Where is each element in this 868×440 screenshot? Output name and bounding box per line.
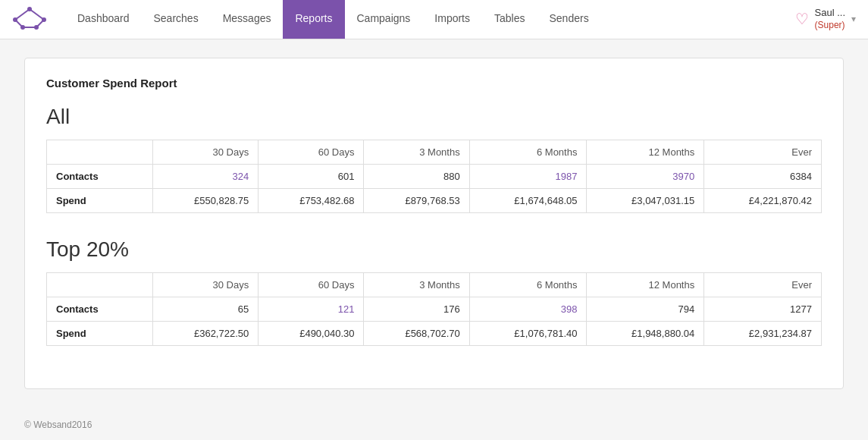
spend-6months: £1,674,648.05: [469, 189, 587, 213]
table-row: Contacts 324 601 880 1987 3970 6384: [47, 165, 822, 189]
col2-header-3months: 3 Months: [364, 273, 469, 297]
nav-campaigns[interactable]: Campaigns: [345, 0, 423, 39]
contacts-3months: 880: [364, 165, 469, 189]
section-top20: Top 20% 30 Days 60 Days 3 Months 6 Month…: [46, 237, 822, 346]
col-header-6months: 6 Months: [469, 140, 587, 165]
top20-spend-3months: £568,702.70: [364, 322, 469, 346]
contacts-12months[interactable]: 3970: [587, 165, 704, 189]
section-top20-heading: Top 20%: [46, 237, 822, 262]
col-header-3months: 3 Months: [364, 140, 469, 165]
top20-spend-60days: £490,040.30: [259, 322, 364, 346]
top20-contacts-ever: 1277: [704, 297, 822, 322]
col2-header-12months: 12 Months: [587, 273, 704, 297]
col-header-ever: Ever: [704, 140, 822, 165]
user-name: Saul ...: [815, 7, 845, 20]
section-all: All 30 Days 60 Days 3 Months 6 Months 12…: [46, 105, 822, 213]
svg-line-9: [36, 20, 44, 27]
spend-60days: £753,482.68: [259, 189, 364, 213]
col-header-12months: 12 Months: [587, 140, 704, 165]
top20-spend-6months: £1,076,781.40: [469, 322, 587, 346]
nav-imports[interactable]: Imports: [422, 0, 482, 39]
top20-contacts-60days[interactable]: 121: [259, 297, 364, 322]
report-title: Customer Spend Report: [46, 77, 822, 90]
nav-dashboard[interactable]: Dashboard: [65, 0, 142, 39]
navbar: Dashboard Searches Messages Reports Camp…: [0, 0, 868, 39]
page-footer: © Websand2016: [0, 407, 868, 440]
nav-senders[interactable]: Senders: [537, 0, 600, 39]
spend-ever: £4,221,870.42: [704, 189, 822, 213]
table-top20-header-row: 30 Days 60 Days 3 Months 6 Months 12 Mon…: [47, 273, 822, 297]
table-row: Spend £362,722.50 £490,040.30 £568,702.7…: [47, 322, 822, 346]
footer-text: © Websand2016: [24, 420, 92, 430]
row-label-spend: Spend: [47, 189, 153, 213]
col-header-60days: 60 Days: [259, 140, 364, 165]
main-content: Customer Spend Report All 30 Days 60 Day…: [0, 39, 868, 407]
nav-tables[interactable]: Tables: [482, 0, 537, 39]
col-header-30days: 30 Days: [153, 140, 259, 165]
top20-spend-30days: £362,722.50: [153, 322, 259, 346]
top20-contacts-30days: 65: [153, 297, 259, 322]
svg-line-5: [15, 9, 30, 20]
svg-line-7: [15, 20, 23, 27]
user-role: (Super): [815, 20, 845, 32]
top20-contacts-12months: 794: [587, 297, 704, 322]
contacts-6months[interactable]: 1987: [469, 165, 587, 189]
table-row: Contacts 65 121 176 398 794 1277: [47, 297, 822, 322]
user-info: Saul ... (Super): [815, 7, 845, 31]
report-card: Customer Spend Report All 30 Days 60 Day…: [24, 58, 844, 389]
contacts-60days: 601: [259, 165, 364, 189]
spend-3months: £879,768.53: [364, 189, 469, 213]
spend-30days: £550,828.75: [153, 189, 259, 213]
svg-line-6: [30, 9, 44, 20]
contacts-30days[interactable]: 324: [153, 165, 259, 189]
contacts-ever: 6384: [704, 165, 822, 189]
col2-header-label: [47, 273, 153, 297]
heart-icon: ♡: [795, 10, 809, 28]
col2-header-60days: 60 Days: [259, 273, 364, 297]
row2-label-contacts: Contacts: [47, 297, 153, 322]
nav-reports[interactable]: Reports: [283, 0, 344, 39]
logo[interactable]: [12, 6, 47, 33]
col2-header-ever: Ever: [704, 273, 822, 297]
row2-label-spend: Spend: [47, 322, 153, 346]
top20-spend-ever: £2,931,234.87: [704, 322, 822, 346]
table-top20: 30 Days 60 Days 3 Months 6 Months 12 Mon…: [46, 272, 822, 346]
col2-header-30days: 30 Days: [153, 273, 259, 297]
nav-messages[interactable]: Messages: [211, 0, 284, 39]
table-all: 30 Days 60 Days 3 Months 6 Months 12 Mon…: [46, 140, 822, 213]
top20-spend-12months: £1,948,880.04: [587, 322, 704, 346]
chevron-down-icon: ▾: [851, 14, 856, 24]
top20-contacts-3months: 176: [364, 297, 469, 322]
row-label-contacts: Contacts: [47, 165, 153, 189]
nav-searches[interactable]: Searches: [142, 0, 211, 39]
col-header-label: [47, 140, 153, 165]
spend-12months: £3,047,031.15: [587, 189, 704, 213]
user-menu[interactable]: ♡ Saul ... (Super) ▾: [795, 7, 856, 31]
col2-header-6months: 6 Months: [469, 273, 587, 297]
nav-links: Dashboard Searches Messages Reports Camp…: [65, 0, 601, 39]
table-row: Spend £550,828.75 £753,482.68 £879,768.5…: [47, 189, 822, 213]
top20-contacts-6months[interactable]: 398: [469, 297, 587, 322]
table-all-header-row: 30 Days 60 Days 3 Months 6 Months 12 Mon…: [47, 140, 822, 165]
section-all-heading: All: [46, 105, 822, 129]
